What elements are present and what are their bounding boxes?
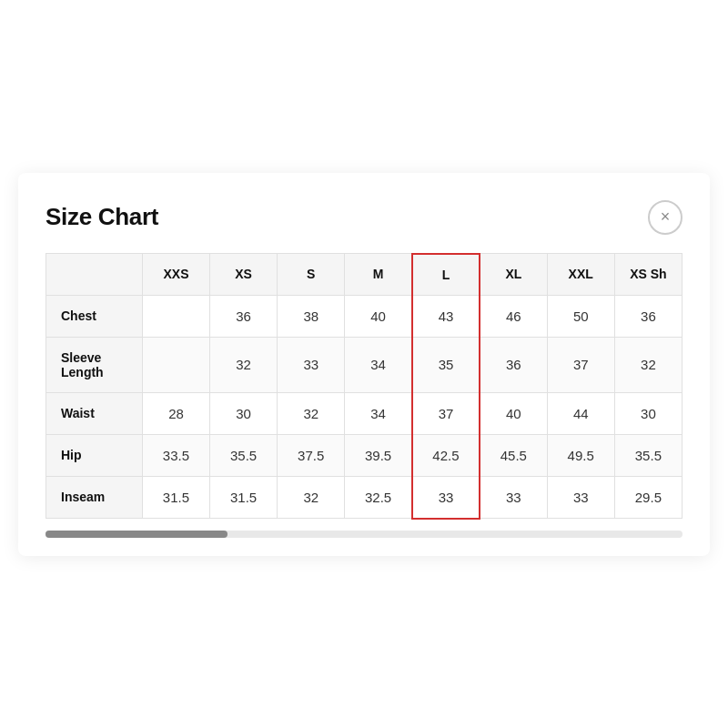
table-row: Sleeve Length32333435363732 bbox=[46, 337, 682, 392]
scrollbar-thumb[interactable] bbox=[46, 531, 228, 538]
table-cell: 44 bbox=[547, 392, 614, 434]
modal-title: Size Chart bbox=[46, 203, 158, 231]
row-label-waist: Waist bbox=[46, 392, 143, 434]
modal-header: Size Chart × bbox=[46, 200, 682, 235]
table-cell: 37.5 bbox=[278, 434, 345, 476]
table-cell: 32 bbox=[210, 337, 278, 392]
table-cell: 30 bbox=[614, 392, 682, 434]
table-cell: 38 bbox=[278, 295, 345, 337]
row-label-hip: Hip bbox=[46, 434, 143, 476]
table-cell: 36 bbox=[210, 295, 278, 337]
table-cell: 43 bbox=[412, 295, 480, 337]
table-cell: 34 bbox=[345, 337, 412, 392]
table-cell: 36 bbox=[614, 295, 682, 337]
header-M: M bbox=[345, 254, 412, 296]
size-table: XXSXSSMLXLXXLXS Sh Chest36384043465036Sl… bbox=[46, 253, 682, 520]
table-cell: 31.5 bbox=[210, 476, 278, 519]
table-cell: 33 bbox=[278, 337, 345, 392]
table-cell: 31.5 bbox=[142, 476, 209, 519]
table-wrapper: XXSXSSMLXLXXLXS Sh Chest36384043465036Sl… bbox=[46, 253, 682, 538]
table-cell: 29.5 bbox=[614, 476, 682, 519]
header-XS: XS bbox=[210, 254, 278, 296]
row-label-inseam: Inseam bbox=[46, 476, 143, 519]
table-cell: 45.5 bbox=[480, 434, 547, 476]
table-cell: 49.5 bbox=[547, 434, 614, 476]
table-cell: 39.5 bbox=[345, 434, 412, 476]
size-chart-modal: Size Chart × XXSXSSMLXLXXLXS Sh Chest363… bbox=[18, 173, 710, 556]
header-L: L bbox=[412, 254, 480, 296]
table-cell: 37 bbox=[412, 392, 480, 434]
table-cell: 33.5 bbox=[142, 434, 209, 476]
table-cell: 35.5 bbox=[210, 434, 278, 476]
table-cell: 32 bbox=[278, 392, 345, 434]
table-cell: 35 bbox=[412, 337, 480, 392]
row-label-sleeve-length: Sleeve Length bbox=[46, 337, 143, 392]
table-header: XXSXSSMLXLXXLXS Sh bbox=[46, 254, 682, 296]
table-row: Waist2830323437404430 bbox=[46, 392, 682, 434]
header-XL: XL bbox=[480, 254, 547, 296]
table-cell: 37 bbox=[547, 337, 614, 392]
header-XSSh: XS Sh bbox=[614, 254, 682, 296]
table-cell bbox=[142, 337, 209, 392]
header-S: S bbox=[278, 254, 345, 296]
table-cell: 50 bbox=[547, 295, 614, 337]
table-cell: 46 bbox=[480, 295, 547, 337]
table-cell: 32 bbox=[614, 337, 682, 392]
header-XXL: XXL bbox=[547, 254, 614, 296]
table-row: Hip33.535.537.539.542.545.549.535.5 bbox=[46, 434, 682, 476]
table-cell: 33 bbox=[547, 476, 614, 519]
table-cell: 33 bbox=[480, 476, 547, 519]
header-XXS: XXS bbox=[142, 254, 209, 296]
header-row: XXSXSSMLXLXXLXS Sh bbox=[46, 254, 682, 296]
table-cell: 30 bbox=[210, 392, 278, 434]
table-cell: 40 bbox=[345, 295, 412, 337]
header-label-col bbox=[46, 254, 143, 296]
table-cell: 34 bbox=[345, 392, 412, 434]
table-cell: 42.5 bbox=[412, 434, 480, 476]
table-cell: 32.5 bbox=[345, 476, 412, 519]
table-row: Chest36384043465036 bbox=[46, 295, 682, 337]
table-cell: 32 bbox=[278, 476, 345, 519]
close-button[interactable]: × bbox=[648, 200, 682, 235]
scrollbar-track[interactable] bbox=[46, 531, 682, 538]
table-cell: 28 bbox=[142, 392, 209, 434]
table-cell bbox=[142, 295, 209, 337]
table-row: Inseam31.531.53232.533333329.5 bbox=[46, 476, 682, 519]
table-cell: 36 bbox=[480, 337, 547, 392]
table-cell: 40 bbox=[480, 392, 547, 434]
table-body: Chest36384043465036Sleeve Length32333435… bbox=[46, 295, 682, 519]
row-label-chest: Chest bbox=[46, 295, 143, 337]
table-cell: 35.5 bbox=[614, 434, 682, 476]
table-cell: 33 bbox=[412, 476, 480, 519]
